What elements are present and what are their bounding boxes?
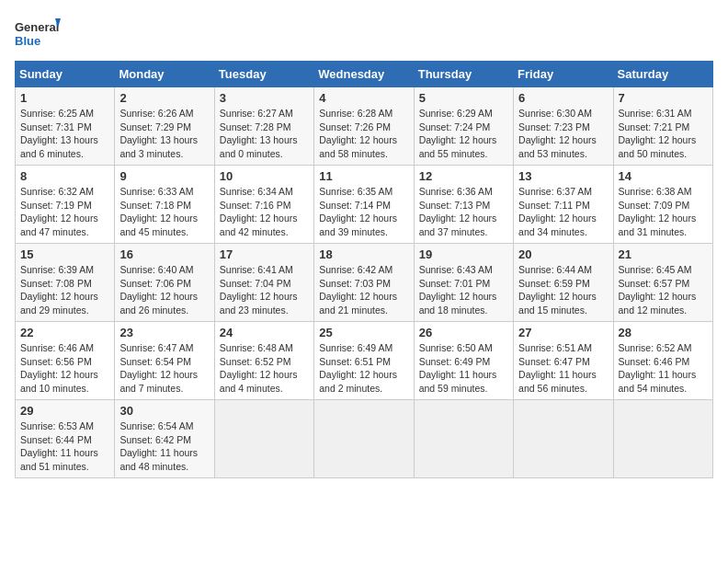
- calendar-day-cell: [613, 400, 712, 478]
- day-number: 25: [319, 326, 408, 339]
- day-info: Sunrise: 6:40 AMSunset: 7:06 PMDaylight:…: [119, 263, 209, 317]
- day-info: Sunrise: 6:38 AMSunset: 7:09 PMDaylight:…: [619, 185, 708, 239]
- calendar-day-cell: [214, 400, 313, 478]
- day-info: Sunrise: 6:27 AMSunset: 7:28 PMDaylight:…: [220, 107, 309, 161]
- calendar-header-row: SundayMondayTuesdayWednesdayThursdayFrid…: [16, 62, 713, 87]
- day-number: 22: [20, 326, 109, 339]
- day-header-thursday: Thursday: [414, 62, 513, 87]
- day-number: 17: [220, 247, 309, 261]
- calendar-day-cell: 30Sunrise: 6:54 AMSunset: 6:42 PMDayligh…: [115, 400, 214, 478]
- calendar-week-row: 29Sunrise: 6:53 AMSunset: 6:44 PMDayligh…: [16, 400, 713, 478]
- day-number: 28: [619, 326, 708, 339]
- day-number: 24: [220, 326, 309, 339]
- calendar-day-cell: 20Sunrise: 6:44 AMSunset: 6:59 PMDayligh…: [514, 244, 613, 322]
- day-info: Sunrise: 6:29 AMSunset: 7:24 PMDaylight:…: [419, 107, 508, 161]
- day-number: 21: [619, 247, 708, 261]
- calendar-day-cell: 25Sunrise: 6:49 AMSunset: 6:51 PMDayligh…: [314, 322, 414, 400]
- calendar-day-cell: 16Sunrise: 6:40 AMSunset: 7:06 PMDayligh…: [115, 244, 214, 322]
- day-info: Sunrise: 6:51 AMSunset: 6:47 PMDaylight:…: [518, 341, 608, 396]
- day-info: Sunrise: 6:32 AMSunset: 7:19 PMDaylight:…: [20, 185, 109, 239]
- calendar-week-row: 1Sunrise: 6:25 AMSunset: 7:31 PMDaylight…: [16, 87, 713, 166]
- day-number: 9: [119, 169, 209, 183]
- calendar-day-cell: 3Sunrise: 6:27 AMSunset: 7:28 PMDaylight…: [214, 87, 313, 166]
- logo-svg: General Blue: [15, 15, 61, 52]
- day-info: Sunrise: 6:49 AMSunset: 6:51 PMDaylight:…: [319, 341, 408, 396]
- day-info: Sunrise: 6:26 AMSunset: 7:29 PMDaylight:…: [119, 107, 209, 161]
- calendar-day-cell: 27Sunrise: 6:51 AMSunset: 6:47 PMDayligh…: [514, 322, 613, 400]
- day-number: 1: [20, 91, 109, 105]
- day-info: Sunrise: 6:42 AMSunset: 7:03 PMDaylight:…: [319, 263, 408, 317]
- day-header-monday: Monday: [115, 62, 214, 87]
- day-number: 10: [220, 169, 309, 183]
- calendar-day-cell: 26Sunrise: 6:50 AMSunset: 6:49 PMDayligh…: [414, 322, 513, 400]
- calendar-day-cell: 19Sunrise: 6:43 AMSunset: 7:01 PMDayligh…: [414, 244, 513, 322]
- calendar-day-cell: 21Sunrise: 6:45 AMSunset: 6:57 PMDayligh…: [613, 244, 712, 322]
- calendar-day-cell: [314, 400, 414, 478]
- day-number: 26: [419, 326, 508, 339]
- day-header-saturday: Saturday: [613, 62, 712, 87]
- day-number: 12: [419, 169, 508, 183]
- calendar-table: SundayMondayTuesdayWednesdayThursdayFrid…: [15, 61, 713, 478]
- calendar-week-row: 22Sunrise: 6:46 AMSunset: 6:56 PMDayligh…: [16, 322, 713, 400]
- calendar-day-cell: 1Sunrise: 6:25 AMSunset: 7:31 PMDaylight…: [16, 87, 115, 166]
- day-info: Sunrise: 6:36 AMSunset: 7:13 PMDaylight:…: [419, 185, 508, 239]
- calendar-day-cell: 2Sunrise: 6:26 AMSunset: 7:29 PMDaylight…: [115, 87, 214, 166]
- day-info: Sunrise: 6:48 AMSunset: 6:52 PMDaylight:…: [220, 341, 309, 396]
- day-number: 14: [619, 169, 708, 183]
- day-number: 11: [319, 169, 408, 183]
- day-info: Sunrise: 6:50 AMSunset: 6:49 PMDaylight:…: [419, 341, 508, 396]
- day-info: Sunrise: 6:25 AMSunset: 7:31 PMDaylight:…: [20, 107, 109, 161]
- calendar-day-cell: 28Sunrise: 6:52 AMSunset: 6:46 PMDayligh…: [613, 322, 712, 400]
- day-number: 4: [319, 91, 408, 105]
- day-info: Sunrise: 6:52 AMSunset: 6:46 PMDaylight:…: [619, 341, 708, 396]
- day-number: 27: [518, 326, 608, 339]
- day-number: 19: [419, 247, 508, 261]
- logo: General Blue: [15, 15, 61, 52]
- calendar-day-cell: 22Sunrise: 6:46 AMSunset: 6:56 PMDayligh…: [16, 322, 115, 400]
- day-info: Sunrise: 6:45 AMSunset: 6:57 PMDaylight:…: [619, 263, 708, 317]
- day-number: 6: [518, 91, 608, 105]
- calendar-day-cell: 13Sunrise: 6:37 AMSunset: 7:11 PMDayligh…: [514, 166, 613, 244]
- day-info: Sunrise: 6:28 AMSunset: 7:26 PMDaylight:…: [319, 107, 408, 161]
- day-info: Sunrise: 6:37 AMSunset: 7:11 PMDaylight:…: [518, 185, 608, 239]
- day-number: 23: [119, 326, 209, 339]
- calendar-day-cell: 6Sunrise: 6:30 AMSunset: 7:23 PMDaylight…: [514, 87, 613, 166]
- svg-text:General: General: [15, 20, 59, 34]
- day-info: Sunrise: 6:44 AMSunset: 6:59 PMDaylight:…: [518, 263, 608, 317]
- day-info: Sunrise: 6:34 AMSunset: 7:16 PMDaylight:…: [220, 185, 309, 239]
- day-info: Sunrise: 6:39 AMSunset: 7:08 PMDaylight:…: [20, 263, 109, 317]
- day-info: Sunrise: 6:53 AMSunset: 6:44 PMDaylight:…: [20, 419, 109, 474]
- page-header: General Blue: [15, 15, 713, 52]
- day-info: Sunrise: 6:43 AMSunset: 7:01 PMDaylight:…: [419, 263, 508, 317]
- day-info: Sunrise: 6:35 AMSunset: 7:14 PMDaylight:…: [319, 185, 408, 239]
- calendar-day-cell: 5Sunrise: 6:29 AMSunset: 7:24 PMDaylight…: [414, 87, 513, 166]
- calendar-day-cell: 29Sunrise: 6:53 AMSunset: 6:44 PMDayligh…: [16, 400, 115, 478]
- day-info: Sunrise: 6:54 AMSunset: 6:42 PMDaylight:…: [119, 419, 209, 474]
- day-header-tuesday: Tuesday: [214, 62, 313, 87]
- day-number: 20: [518, 247, 608, 261]
- day-number: 2: [119, 91, 209, 105]
- calendar-day-cell: 10Sunrise: 6:34 AMSunset: 7:16 PMDayligh…: [214, 166, 313, 244]
- day-header-wednesday: Wednesday: [314, 62, 414, 87]
- calendar-day-cell: 12Sunrise: 6:36 AMSunset: 7:13 PMDayligh…: [414, 166, 513, 244]
- calendar-day-cell: [514, 400, 613, 478]
- svg-text:Blue: Blue: [15, 34, 40, 48]
- day-number: 8: [20, 169, 109, 183]
- day-info: Sunrise: 6:31 AMSunset: 7:21 PMDaylight:…: [619, 107, 708, 161]
- day-number: 15: [20, 247, 109, 261]
- calendar-day-cell: 9Sunrise: 6:33 AMSunset: 7:18 PMDaylight…: [115, 166, 214, 244]
- day-number: 13: [518, 169, 608, 183]
- day-info: Sunrise: 6:46 AMSunset: 6:56 PMDaylight:…: [20, 341, 109, 396]
- calendar-week-row: 15Sunrise: 6:39 AMSunset: 7:08 PMDayligh…: [16, 244, 713, 322]
- calendar-day-cell: 17Sunrise: 6:41 AMSunset: 7:04 PMDayligh…: [214, 244, 313, 322]
- calendar-day-cell: 18Sunrise: 6:42 AMSunset: 7:03 PMDayligh…: [314, 244, 414, 322]
- calendar-day-cell: 23Sunrise: 6:47 AMSunset: 6:54 PMDayligh…: [115, 322, 214, 400]
- calendar-day-cell: [414, 400, 513, 478]
- calendar-day-cell: 24Sunrise: 6:48 AMSunset: 6:52 PMDayligh…: [214, 322, 313, 400]
- calendar-day-cell: 15Sunrise: 6:39 AMSunset: 7:08 PMDayligh…: [16, 244, 115, 322]
- day-number: 3: [220, 91, 309, 105]
- day-info: Sunrise: 6:47 AMSunset: 6:54 PMDaylight:…: [119, 341, 209, 396]
- day-info: Sunrise: 6:41 AMSunset: 7:04 PMDaylight:…: [220, 263, 309, 317]
- day-number: 29: [20, 404, 109, 418]
- calendar-day-cell: 14Sunrise: 6:38 AMSunset: 7:09 PMDayligh…: [613, 166, 712, 244]
